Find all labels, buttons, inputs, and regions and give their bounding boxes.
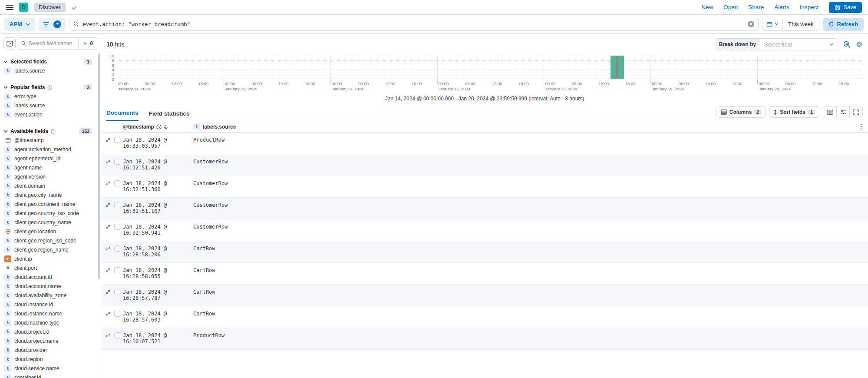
expand-document-icon[interactable] <box>106 289 111 295</box>
keyboard-shortcuts-icon[interactable] <box>823 106 836 118</box>
sidebar-field-item[interactable]: k cloud.region <box>3 355 97 364</box>
row-checkbox[interactable] <box>114 180 120 186</box>
table-row[interactable]: Jan 18, 2024 @ 16:32:51.107 CustomerRow <box>101 198 868 219</box>
cell-timestamp[interactable]: Jan 18, 2024 @ 16:32:50.941 <box>123 224 193 236</box>
sidebar-field-item[interactable]: k cloud.account.id <box>3 272 97 282</box>
collapse-sidebar-button[interactable] <box>3 37 16 50</box>
expand-document-icon[interactable] <box>106 159 111 164</box>
sidebar-field-item[interactable]: k cloud.project.name <box>3 336 97 345</box>
sidebar-field-item[interactable]: k agent.name <box>3 163 97 172</box>
sort-descending-icon[interactable] <box>164 124 168 129</box>
cell-labels-source[interactable]: CartRow <box>193 289 868 295</box>
sort-fields-button[interactable]: Sort fields 1 <box>769 106 819 118</box>
sidebar-field-item[interactable]: k cloud.instance.name <box>3 309 97 318</box>
sidebar-field-item[interactable]: k container.id <box>3 373 97 378</box>
expand-document-icon[interactable] <box>106 224 111 229</box>
selected-fields-header[interactable]: Selected fields 1 <box>3 57 97 66</box>
expand-document-icon[interactable] <box>106 246 111 251</box>
sidebar-field-item[interactable]: k client.geo.region_iso_code <box>3 236 97 245</box>
new-link[interactable]: New <box>701 4 713 10</box>
cell-timestamp[interactable]: Jan 18, 2024 @ 16:28:57.787 <box>123 289 193 301</box>
cell-timestamp[interactable]: Jan 18, 2024 @ 16:32:51.107 <box>123 202 193 214</box>
table-row[interactable]: Jan 18, 2024 @ 16:32:51.420 CustomerRow <box>101 154 868 176</box>
row-checkbox[interactable] <box>114 311 120 317</box>
explore-in-lens-icon[interactable] <box>843 41 851 48</box>
expand-document-icon[interactable] <box>106 333 111 338</box>
expand-document-icon[interactable] <box>106 137 111 143</box>
expand-document-icon[interactable] <box>106 268 111 273</box>
row-checkbox[interactable] <box>114 224 120 230</box>
row-checkbox[interactable] <box>114 245 120 252</box>
sidebar-field-item[interactable]: k labels.source <box>3 66 97 75</box>
sidebar-field-item[interactable]: k agent.ephemeral_id <box>3 154 97 163</box>
histogram-plot-area[interactable]: 00:0006:0012:0018:00January 14, 202400:0… <box>117 56 864 79</box>
query-input[interactable]: event.action: "worker_breadcrumb" ✕ <box>69 18 759 31</box>
cell-labels-source[interactable]: ProductRow <box>193 137 868 143</box>
cell-labels-source[interactable]: CustomerRow <box>193 180 868 186</box>
cell-labels-source[interactable]: CartRow <box>193 311 868 317</box>
app-logo[interactable]: D <box>19 3 28 12</box>
tab-documents[interactable]: Documents <box>106 109 139 121</box>
sidebar-field-item[interactable]: k cloud.provider <box>3 345 97 355</box>
column-header-labels-source[interactable]: k labels.source <box>193 123 868 130</box>
cell-timestamp[interactable]: Jan 18, 2024 @ 16:28:58.206 <box>123 245 193 258</box>
cell-timestamp[interactable]: Jan 18, 2024 @ 16:32:51.420 <box>123 159 193 171</box>
table-row[interactable]: Jan 18, 2024 @ 16:28:57.787 CartRow <box>101 285 868 306</box>
share-link[interactable]: Share <box>748 4 764 10</box>
grid-kebab-icon[interactable] <box>861 124 868 129</box>
sidebar-field-item[interactable]: k cloud.instance.id <box>3 300 97 309</box>
column-header-timestamp[interactable]: @timestamp <box>123 124 193 130</box>
row-checkbox[interactable] <box>114 159 120 165</box>
sidebar-field-item[interactable]: k client.geo.country_name <box>3 218 97 227</box>
time-range-label[interactable]: This week <box>783 21 819 27</box>
cell-timestamp[interactable]: Jan 18, 2024 @ 16:28:57.603 <box>123 311 193 323</box>
sidebar-field-item[interactable]: k client.geo.region_name <box>3 245 97 254</box>
row-checkbox[interactable] <box>114 289 120 295</box>
sidebar-field-item[interactable]: k agent.version <box>3 172 97 181</box>
sidebar-field-item[interactable]: k cloud.machine.type <box>3 318 97 327</box>
calendar-icon[interactable] <box>762 18 783 30</box>
columns-button[interactable]: Columns 2 <box>716 106 766 118</box>
row-checkbox[interactable] <box>114 332 120 338</box>
cell-timestamp[interactable]: Jan 18, 2024 @ 16:32:51.360 <box>123 180 193 192</box>
sidebar-field-item[interactable]: k labels.source <box>3 101 97 110</box>
open-link[interactable]: Open <box>723 4 738 10</box>
sidebar-field-item[interactable]: client.geo.location <box>3 227 97 236</box>
table-row[interactable]: Jan 18, 2024 @ 16:32:50.941 CustomerRow <box>101 219 868 241</box>
sidebar-field-item[interactable]: k client.geo.continent_name <box>3 199 97 209</box>
sidebar-field-item[interactable]: k cloud.availability_zone <box>3 291 97 300</box>
menu-icon[interactable] <box>6 5 13 10</box>
fullscreen-icon[interactable] <box>849 106 862 118</box>
expand-document-icon[interactable] <box>106 202 111 208</box>
cell-labels-source[interactable]: CustomerRow <box>193 159 868 165</box>
sidebar-field-item[interactable]: # client.port <box>3 263 97 272</box>
expand-document-icon[interactable] <box>106 181 111 186</box>
sidebar-scrollbar[interactable] <box>98 53 100 279</box>
table-row[interactable]: Jan 18, 2024 @ 16:10:07.521 ProductRow <box>101 328 868 350</box>
gear-icon[interactable] <box>856 41 863 48</box>
popular-fields-header[interactable]: Popular fields 3 <box>3 83 97 92</box>
table-row[interactable]: Jan 18, 2024 @ 16:32:51.360 CustomerRow <box>101 176 868 198</box>
clear-query-icon[interactable]: ✕ <box>748 21 754 27</box>
cell-timestamp[interactable]: Jan 18, 2024 @ 16:33:03.957 <box>123 137 193 149</box>
field-search-input[interactable] <box>29 40 72 46</box>
sidebar-field-item[interactable]: k event.action <box>3 110 97 119</box>
sidebar-field-item[interactable]: k error.type <box>3 92 97 101</box>
sidebar-field-item[interactable]: k client.domain <box>3 181 97 190</box>
sidebar-field-item[interactable]: k client.geo.country_iso_code <box>3 209 97 218</box>
refresh-button[interactable]: Refresh <box>823 18 864 31</box>
alerts-link[interactable]: Alerts <box>774 4 789 10</box>
query-text[interactable]: event.action: "worker_breadcrumb" <box>83 21 744 27</box>
cell-timestamp[interactable]: Jan 18, 2024 @ 16:10:07.521 <box>123 332 193 345</box>
tab-field-statistics[interactable]: Field statistics <box>149 110 190 121</box>
table-row[interactable]: Jan 18, 2024 @ 16:28:58.206 CartRow <box>101 241 868 263</box>
sidebar-field-item[interactable]: k agent.activation_method <box>3 145 97 154</box>
cell-labels-source[interactable]: CustomerRow <box>193 224 868 230</box>
available-fields-header[interactable]: Available fields 152 <box>3 127 97 136</box>
sidebar-field-item[interactable]: k cloud.account.name <box>3 282 97 291</box>
table-row[interactable]: Jan 18, 2024 @ 16:33:03.957 ProductRow <box>101 133 868 154</box>
expand-document-icon[interactable] <box>106 311 111 316</box>
breadcrumb-discover[interactable]: Discover <box>34 3 66 12</box>
cell-labels-source[interactable]: CustomerRow <box>193 202 868 208</box>
row-checkbox[interactable] <box>114 202 120 208</box>
